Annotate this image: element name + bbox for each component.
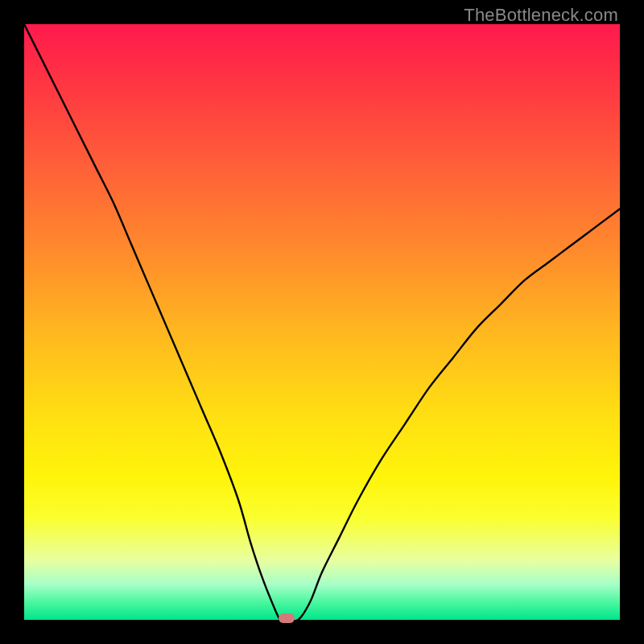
optimal-marker bbox=[279, 613, 295, 623]
chart-frame: TheBottleneck.com bbox=[0, 0, 644, 644]
bottleneck-curve bbox=[24, 24, 620, 620]
watermark-text: TheBottleneck.com bbox=[464, 5, 618, 26]
plot-area bbox=[24, 24, 620, 620]
curve-path bbox=[24, 24, 620, 620]
